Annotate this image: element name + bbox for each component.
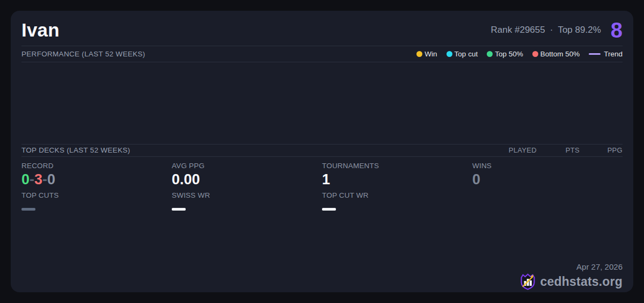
column-header-played: PLAYED [494,146,537,154]
card-footer: Apr 27, 2026 cedhstats.org [519,262,623,290]
legend-item-top-cut: Top cut [447,50,478,58]
legend-label: Top 50% [495,50,523,58]
card-header: Ivan Rank #29655 · Top 89.2% 8 [21,11,623,46]
legend-item-top-50: Top 50% [487,50,523,58]
performance-heading: PERFORMANCE (LAST 52 WEEKS) [21,50,145,58]
stat-tournaments-column: TOURNAMENTS 1 TOP CUT WR [322,162,472,292]
divider [21,62,623,62]
column-header-ppg: PPG [580,146,623,154]
top-decks-heading: TOP DECKS (LAST 52 WEEKS) [21,146,130,154]
divider [21,46,623,46]
top-decks-columns: PLAYED PTS PPG [494,146,623,154]
trend-line-icon [589,53,601,55]
legend-label: Trend [604,50,623,58]
stat-avg-ppg-column: AVG PPG 0.00 SWISS WR [172,162,322,292]
top-cut-wr-empty-value [322,208,336,211]
record-wins: 0 [21,171,30,187]
wins-value: 0 [472,171,623,188]
top-cuts-empty-value [21,208,35,211]
win-dot-icon [416,51,422,57]
top-decks-header-row: TOP DECKS (LAST 52 WEEKS) PLAYED PTS PPG [21,145,623,156]
legend-item-bottom-50: Bottom 50% [532,50,580,58]
divider [21,144,623,145]
rank-number: Rank #29655 [491,25,545,35]
record-losses: 3 [34,171,42,187]
top-50-dot-icon [487,51,493,57]
avg-ppg-label: AVG PPG [172,162,322,170]
swiss-wr-label: SWISS WR [172,191,322,199]
cedhstats-shield-logo-icon [519,273,536,290]
top-cuts-label: TOP CUTS [21,191,172,199]
player-score: 8 [611,19,623,41]
brand-name: cedhstats.org [540,275,623,289]
player-stats-card: Ivan Rank #29655 · Top 89.2% 8 PERFORMAN… [11,11,633,292]
brand: cedhstats.org [519,273,623,290]
top-cut-wr-label: TOP CUT WR [322,191,472,199]
stat-record-column: RECORD 0-3-0 TOP CUTS [21,162,172,292]
legend-item-win: Win [416,50,437,58]
record-value: 0-3-0 [21,171,172,188]
bottom-50-dot-icon [532,51,538,57]
rank-separator: · [550,25,553,35]
legend-label: Top cut [455,50,478,58]
swiss-wr-empty-value [172,208,186,211]
performance-header-row: PERFORMANCE (LAST 52 WEEKS) Win Top cut … [21,46,623,62]
legend-item-trend: Trend [589,50,623,58]
date-label: Apr 27, 2026 [519,262,623,271]
tournaments-label: TOURNAMENTS [322,162,472,170]
column-header-pts: PTS [537,146,580,154]
wins-label: WINS [472,162,623,170]
legend-label: Bottom 50% [540,50,580,58]
rank-summary: Rank #29655 · Top 89.2% 8 [491,19,623,41]
rank-top-percent: Top 89.2% [558,25,601,35]
chart-legend: Win Top cut Top 50% Bottom 50% Trend [416,50,623,58]
avg-ppg-value: 0.00 [172,171,322,188]
record-separator: - [30,171,34,187]
record-label: RECORD [21,162,172,170]
page-title: Ivan [21,19,60,41]
stats-section: RECORD 0-3-0 TOP CUTS AVG PPG 0.00 SWISS… [21,157,623,292]
performance-chart-empty [21,62,623,144]
tournaments-value: 1 [322,171,472,188]
top-cut-dot-icon [447,51,452,57]
legend-label: Win [425,50,437,58]
record-draws: 0 [47,171,55,187]
record-separator: - [42,171,47,187]
